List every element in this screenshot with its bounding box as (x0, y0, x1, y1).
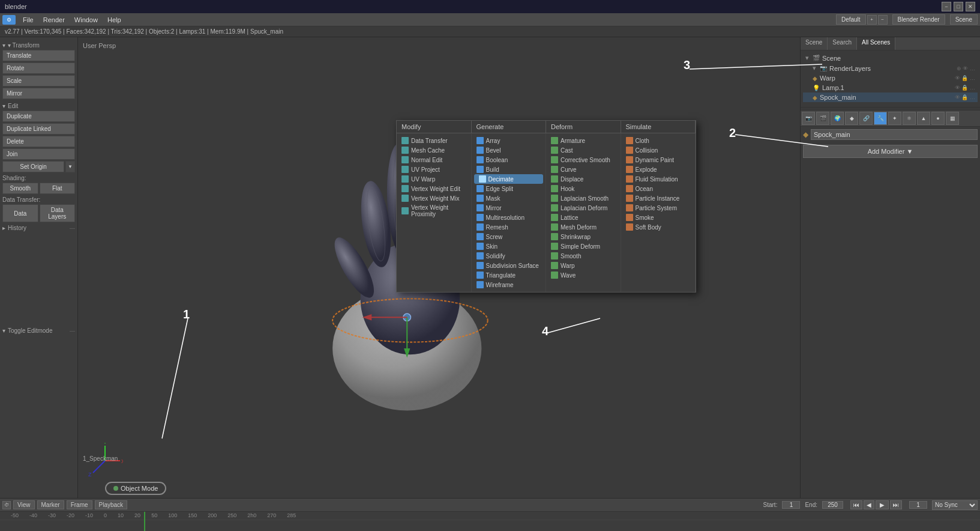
props-tab-render[interactable]: 📷 (802, 112, 815, 125)
mod-normal-edit[interactable]: Normal Edit (397, 155, 471, 165)
props-tab-physics[interactable]: ⚛ (903, 112, 916, 125)
props-tab-constraints[interactable]: 🔗 (859, 112, 873, 125)
tab-all-scenes[interactable]: All Scenes (857, 37, 895, 50)
timeline-frame-menu[interactable]: Frame (67, 500, 92, 509)
mod-build[interactable]: Build (472, 165, 546, 174)
layout-selector[interactable]: Default (836, 14, 866, 25)
mod-fluid-simulation[interactable]: Fluid Simulation (621, 174, 696, 184)
next-keyframe-button[interactable]: ⏭ (890, 500, 902, 509)
scene-item-scene[interactable]: ▾ 🎬 Scene (803, 53, 978, 63)
props-tab-modifiers[interactable]: 🔧 (874, 112, 887, 125)
add-modifier-button[interactable]: Add Modifier ▼ (803, 145, 978, 158)
props-tab-particles[interactable]: ✦ (888, 112, 901, 125)
mod-subdivision-surface[interactable]: Subdivision Surface (472, 261, 546, 270)
props-tab-texture[interactable]: ▦ (946, 112, 959, 125)
menu-window[interactable]: Window (70, 15, 103, 25)
mod-smoke[interactable]: Smoke (621, 213, 696, 222)
mod-cloth[interactable]: Cloth (621, 136, 696, 145)
translate-button[interactable]: Translate (2, 50, 75, 61)
menu-render[interactable]: Render (38, 15, 70, 25)
maximize-button[interactable]: □ (954, 2, 963, 11)
mod-boolean[interactable]: Boolean (472, 155, 546, 165)
mod-armature[interactable]: Armature (546, 136, 621, 145)
mod-skin[interactable]: Skin (472, 241, 546, 251)
props-tab-data[interactable]: ▲ (917, 112, 930, 125)
set-origin-button[interactable]: Set Origin (2, 161, 64, 172)
mod-multiresolution[interactable]: Multiresolution (472, 213, 546, 222)
menu-help[interactable]: Help (103, 15, 126, 25)
mirror-button[interactable]: Mirror (2, 88, 75, 99)
mod-triangulate[interactable]: Triangulate (472, 270, 546, 280)
mod-hook[interactable]: Hook (546, 184, 621, 193)
tab-search[interactable]: Search (828, 37, 857, 50)
mod-edge-split[interactable]: Edge Split (472, 184, 546, 193)
menu-file[interactable]: File (18, 15, 38, 25)
rotate-button[interactable]: Rotate (2, 62, 75, 74)
scene-item-warp[interactable]: ◆ Warp 👁 🔒 … (803, 73, 978, 83)
mod-smooth[interactable]: Smooth (546, 251, 621, 261)
mod-cast[interactable]: Cast (546, 145, 621, 155)
scale-button[interactable]: Scale (2, 75, 75, 86)
mod-lattice[interactable]: Lattice (546, 213, 621, 222)
mod-collision[interactable]: Collision (621, 145, 696, 155)
duplicate-linked-button[interactable]: Duplicate Linked (2, 123, 75, 135)
timeline-track[interactable]: -50 -40 -30 -20 -10 0 10 20 50 100 150 2… (0, 512, 980, 531)
object-name-input[interactable] (811, 129, 978, 140)
scene-selector[interactable]: Scene (950, 14, 978, 25)
mod-uv-project[interactable]: UV Project (397, 165, 471, 174)
mod-vertex-weight-proximity[interactable]: Vertex Weight Proximity (397, 203, 471, 219)
mod-vertex-weight-mix[interactable]: Vertex Weight Mix (397, 193, 471, 203)
mod-mesh-cache[interactable]: Mesh Cache (397, 145, 471, 155)
render-engine-selector[interactable]: Blender Render (892, 14, 945, 25)
mod-uv-warp[interactable]: UV Warp (397, 174, 471, 184)
mod-array[interactable]: Array (472, 136, 546, 145)
flat-button[interactable]: Flat (40, 183, 76, 194)
mod-displace[interactable]: Displace (546, 174, 621, 184)
join-button[interactable]: Join (2, 148, 75, 160)
mod-mask[interactable]: Mask (472, 193, 546, 203)
props-tab-object[interactable]: ◆ (845, 112, 858, 125)
data-button[interactable]: Data (2, 204, 38, 222)
mod-dynamic-paint[interactable]: Dynamic Paint (621, 155, 696, 165)
timeline-playback-menu[interactable]: Playback (95, 500, 128, 509)
mod-shrinkwrap[interactable]: Shrinkwrap (546, 232, 621, 241)
prev-keyframe-button[interactable]: ⏮ (850, 500, 862, 509)
layout-remove-icon[interactable]: − (878, 15, 888, 25)
sync-selector[interactable]: No Sync Frame Drop AV-sync (932, 500, 978, 510)
mod-wireframe[interactable]: Wireframe (472, 280, 546, 290)
tab-scene[interactable]: Scene (801, 37, 828, 50)
mod-wave[interactable]: Wave (546, 270, 621, 280)
mod-remesh[interactable]: Remesh (472, 222, 546, 232)
props-tab-material[interactable]: ● (931, 112, 945, 125)
layout-add-icon[interactable]: + (867, 15, 877, 25)
mod-data-transfer[interactable]: Data Transfer (397, 136, 471, 145)
mod-solidify[interactable]: Solidify (472, 251, 546, 261)
mod-curve[interactable]: Curve (546, 165, 621, 174)
delete-button[interactable]: Delete (2, 136, 75, 147)
current-frame-input[interactable] (909, 501, 927, 509)
mod-soft-body[interactable]: Soft Body (621, 222, 696, 232)
mod-ocean[interactable]: Ocean (621, 184, 696, 193)
scene-item-renderlayers[interactable]: ▾ 📷 RenderLayers ⊕ 👁 … (803, 63, 978, 73)
mod-particle-system[interactable]: Particle System (621, 203, 696, 213)
close-button[interactable]: ✕ (966, 2, 975, 11)
set-origin-dropdown[interactable]: ▼ (65, 161, 75, 172)
scene-item-spock-main[interactable]: ◆ Spock_main 👁 🔒 … (803, 93, 978, 102)
mod-screw[interactable]: Screw (472, 232, 546, 241)
mod-corrective-smooth[interactable]: Corrective Smooth (546, 155, 621, 165)
mod-mesh-deform[interactable]: Mesh Deform (546, 222, 621, 232)
mod-bevel[interactable]: Bevel (472, 145, 546, 155)
mod-laplacian-smooth[interactable]: Laplacian Smooth (546, 193, 621, 203)
smooth-button[interactable]: Smooth (2, 183, 38, 194)
minimize-button[interactable]: − (942, 2, 951, 11)
end-frame-input[interactable] (822, 501, 843, 509)
mod-particle-instance[interactable]: Particle Instance (621, 193, 696, 203)
mod-explode[interactable]: Explode (621, 165, 696, 174)
timeline-marker-menu[interactable]: Marker (37, 500, 64, 509)
duplicate-button[interactable]: Duplicate (2, 111, 75, 122)
mod-warp[interactable]: Warp (546, 261, 621, 270)
play-reverse-button[interactable]: ◀ (864, 500, 874, 509)
start-frame-input[interactable] (782, 501, 800, 509)
data-layers-button[interactable]: Data Layers (40, 204, 76, 222)
props-tab-scene[interactable]: 🎬 (816, 112, 829, 125)
